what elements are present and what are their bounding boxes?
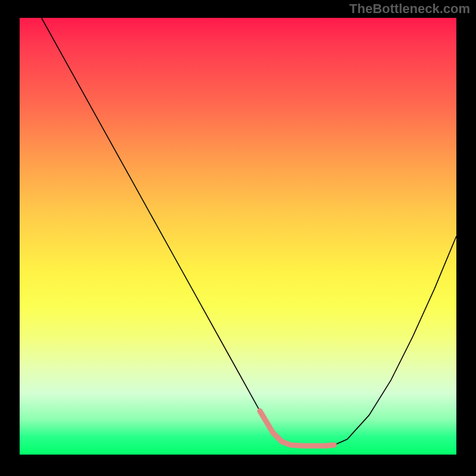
highlight-segment-right [325,445,334,446]
chart-plot-area [20,18,456,455]
highlight-segment-flat [281,441,325,446]
highlight-segment-left [260,411,282,441]
watermark-text: TheBottleneck.com [349,1,470,17]
chart-svg [20,18,456,455]
bottleneck-curve-line [42,18,456,446]
